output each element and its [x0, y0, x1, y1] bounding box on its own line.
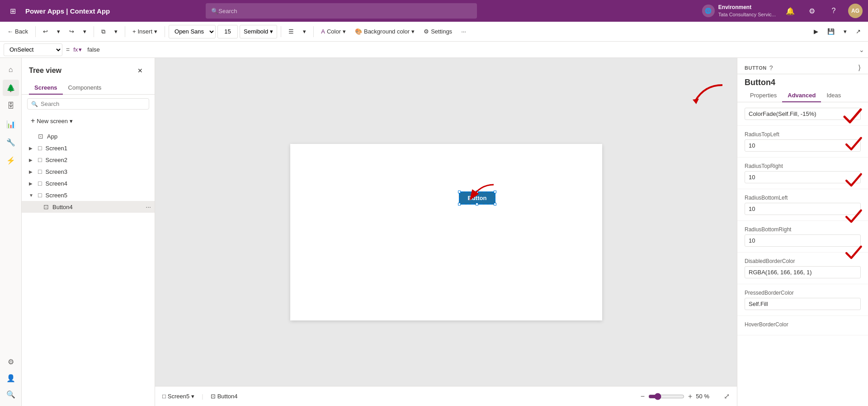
tab-screens[interactable]: Screens — [29, 81, 63, 95]
button4-more-icon[interactable]: ··· — [146, 203, 151, 210]
notification-button[interactable]: 🔔 — [783, 4, 797, 18]
new-screen-button[interactable]: + New screen ▾ — [27, 115, 76, 127]
element-status-item[interactable]: ⊡ Button4 — [211, 393, 238, 400]
more-toolbar-button[interactable]: ··· — [458, 26, 470, 37]
insert-button[interactable]: + Insert ▾ — [129, 26, 161, 37]
formula-input[interactable] — [85, 45, 855, 54]
font-weight-label: Semibold — [244, 28, 268, 35]
color-chevron-icon: ▾ — [343, 28, 346, 35]
copy-button[interactable]: ⧉ — [98, 26, 109, 37]
sidebar-user-icon[interactable]: 👤 — [3, 370, 19, 386]
close-tree-panel-button[interactable]: ✕ — [133, 63, 147, 78]
hover-border-color-label: HoverBorderColor — [745, 321, 861, 328]
redo-dropdown[interactable]: ▾ — [80, 26, 90, 37]
tree-item-screen3[interactable]: ▶ □ Screen3 — [22, 166, 155, 177]
handle-tl[interactable] — [458, 191, 461, 193]
radius-top-right-input[interactable] — [745, 171, 861, 183]
play-icon: ▶ — [814, 28, 818, 35]
fit-screen-button[interactable]: ⤢ — [724, 392, 730, 401]
redo-button[interactable]: ↪ — [66, 26, 78, 37]
sidebar-settings-icon[interactable]: ⚙ — [3, 353, 19, 370]
zoom-out-button[interactable]: − — [641, 392, 645, 401]
help-button[interactable]: ? — [826, 4, 841, 18]
canvas-button[interactable]: Button — [459, 191, 496, 205]
user-avatar[interactable]: AG — [848, 4, 863, 18]
sidebar-tools-icon[interactable]: 🔧 — [3, 134, 19, 150]
tree-view-title: Tree view — [29, 67, 61, 75]
handle-tm[interactable] — [476, 191, 478, 193]
panel-tab-ideas[interactable]: Ideas — [821, 89, 846, 102]
expand-panel-icon: ⟩ — [858, 64, 861, 72]
undo-dropdown[interactable]: ▾ — [53, 26, 64, 37]
font-family-select[interactable]: Open Sans — [169, 25, 216, 38]
zoom-in-button[interactable]: + — [688, 392, 692, 401]
tree-chevron-screen3: ▶ — [29, 169, 36, 174]
zoom-controls: − + 50 % — [641, 392, 709, 401]
fx-chevron-icon: ▾ — [79, 46, 82, 53]
screen-status-icon: □ — [162, 393, 166, 400]
radius-bottom-left-input[interactable] — [745, 203, 861, 215]
publish-button[interactable]: ↗ — [852, 26, 864, 37]
sidebar-variables-icon[interactable]: ⚡ — [3, 152, 19, 168]
formula-property-select[interactable]: OnSelect — [4, 43, 62, 56]
undo-button[interactable]: ↩ — [39, 26, 52, 37]
more-right-button[interactable]: ▾ — [840, 26, 850, 37]
settings-toolbar-button[interactable]: ⚙ Settings — [420, 26, 456, 37]
tab-components[interactable]: Components — [63, 81, 107, 95]
color-button[interactable]: A Color ▾ — [317, 26, 349, 37]
status-sep: | — [202, 393, 203, 400]
tree-view-tabs: Screens Components — [22, 81, 155, 95]
formula-fx-button[interactable]: fx ▾ — [73, 46, 82, 53]
font-weight-dropdown[interactable]: Semibold ▾ — [240, 25, 277, 38]
back-button[interactable]: ← Back — [4, 26, 32, 37]
sidebar-search-icon[interactable]: 🔍 — [3, 386, 19, 402]
tree-item-app[interactable]: ⊡ App — [22, 130, 155, 142]
handle-bm[interactable] — [476, 203, 478, 205]
screen-status-item[interactable]: □ Screen5 ▾ — [162, 393, 194, 400]
panel-tab-advanced[interactable]: Advanced — [782, 89, 821, 102]
format-lines-dropdown[interactable]: ▾ — [299, 26, 310, 37]
element-status-icon: ⊡ — [211, 393, 216, 400]
bg-color-button[interactable]: 🎨 Background color ▾ — [351, 26, 418, 37]
save-button[interactable]: 💾 — [824, 26, 838, 37]
tree-item-screen1[interactable]: ▶ □ Screen1 — [22, 142, 155, 154]
tree-search-input[interactable] — [41, 100, 145, 107]
pressed-border-color-input[interactable] — [745, 298, 861, 310]
play-button[interactable]: ▶ — [810, 26, 822, 37]
global-search-input[interactable] — [218, 8, 472, 14]
panel-help-icon[interactable]: ? — [769, 64, 773, 72]
sidebar-data-icon[interactable]: 🗄 — [3, 98, 19, 114]
toolbar-sep-3 — [125, 26, 125, 37]
env-info-block: Environment Tata Consultancy Servic... — [718, 4, 776, 18]
radius-top-left-input[interactable] — [745, 139, 861, 152]
screen-status-chevron-icon: ▾ — [191, 393, 194, 400]
sidebar-tree-icon[interactable]: 🌲 — [3, 80, 19, 96]
tree-item-screen4[interactable]: ▶ □ Screen4 — [22, 177, 155, 189]
handle-br[interactable] — [494, 203, 496, 205]
radius-bottom-left-label: RadiusBottomLeft — [745, 195, 861, 201]
expand-panel-button[interactable]: ⟩ — [858, 63, 861, 72]
handle-bl[interactable] — [458, 203, 461, 205]
panel-tab-properties[interactable]: Properties — [745, 89, 782, 102]
sidebar-chart-icon[interactable]: 📊 — [3, 116, 19, 132]
sidebar-home-icon[interactable]: ⌂ — [3, 62, 19, 78]
settings-button[interactable]: ⚙ — [805, 4, 819, 18]
radius-bottom-right-label: RadiusBottomRight — [745, 226, 861, 233]
apps-grid-button[interactable]: ⊞ — [5, 4, 20, 18]
disabled-border-color-input[interactable] — [745, 266, 861, 278]
handle-tr[interactable] — [494, 191, 496, 193]
tree-item-screen2[interactable]: ▶ □ Screen2 — [22, 154, 155, 166]
format-lines-icon: ☰ — [288, 28, 294, 35]
tree-item-button4[interactable]: ⊡ Button4 ··· — [22, 201, 155, 213]
tree-item-screen5[interactable]: ▼ □ Screen5 — [22, 189, 155, 201]
save-icon: 💾 — [827, 28, 835, 35]
copy-dropdown[interactable]: ▾ — [111, 26, 121, 37]
radius-bottom-right-input[interactable] — [745, 234, 861, 247]
format-lines-button[interactable]: ☰ — [285, 26, 297, 37]
status-bar: □ Screen5 ▾ | ⊡ Button4 − + 50 % ⤢ — [155, 386, 737, 406]
zoom-slider[interactable] — [648, 393, 684, 400]
hover-fill-input[interactable] — [745, 108, 861, 120]
formula-equals: = — [66, 46, 70, 53]
font-weight-chevron-icon: ▾ — [270, 28, 273, 35]
font-size-input[interactable] — [217, 25, 238, 38]
